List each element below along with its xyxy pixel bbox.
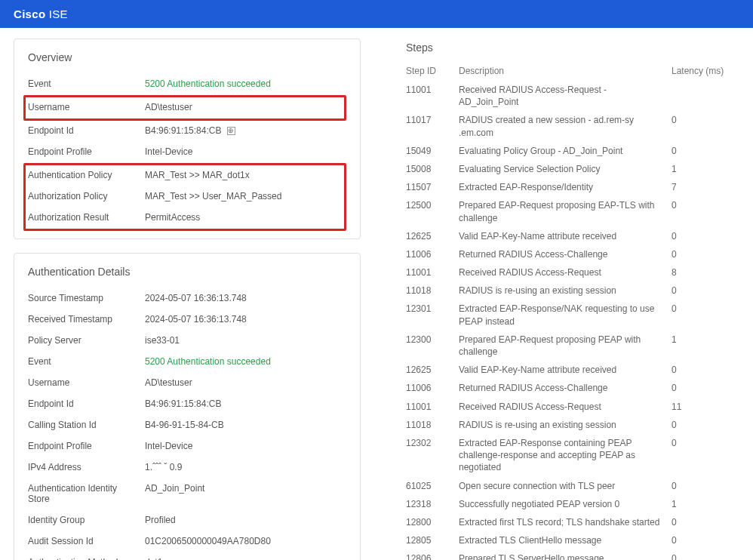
step-id: 15008 [406,163,459,175]
step-latency: 0 [672,552,739,560]
step-row: 12500Prepared EAP-Request proposing EAP-… [406,196,739,226]
step-id: 11006 [406,248,459,260]
details-ipv4-label: IPv4 Address [28,462,145,472]
step-row: 11507Extracted EAP-Response/Identity7 [406,178,739,196]
step-desc: RADIUS is re-using an existing session [459,419,672,431]
step-row: 12318Successfully negotiated PEAP versio… [406,495,739,513]
step-id: 15049 [406,145,459,157]
step-desc: Extracted first TLS record; TLS handshak… [459,516,672,528]
step-id: 12500 [406,199,459,223]
step-desc: Evaluating Service Selection Policy [459,163,672,175]
step-latency: 1 [672,334,739,358]
details-audit-sid-value: 01C2006500000049AA780D80 [145,536,346,546]
step-id: 11018 [406,285,459,297]
step-row: 12625Valid EAP-Key-Name attribute receiv… [406,227,739,245]
step-latency: 11 [672,401,739,413]
step-id: 11018 [406,419,459,431]
step-id: 11006 [406,382,459,394]
overview-event-value: 5200 Authentication succeeded [145,78,346,89]
overview-authn-policy-row: Authentication Policy MAR_Test >> MAR_do… [28,165,344,186]
details-event-row: Event 5200 Authentication succeeded [28,352,346,373]
details-calling-station-row: Calling Station Id B4-96-91-15-84-CB [28,415,346,436]
step-row: 11001Received RADIUS Access-Request - AD… [406,81,739,111]
details-policy-server-value: ise33-01 [145,335,346,346]
details-username-row: Username AD\testuser [28,373,346,394]
step-id: 11001 [406,401,459,413]
step-id: 11507 [406,181,459,193]
steps-col-desc: Description [459,66,672,76]
step-desc: Returned RADIUS Access-Challenge [459,248,672,260]
overview-authn-policy-value: MAR_Test >> MAR_dot1x [145,170,344,180]
steps-col-id: Step ID [406,66,459,76]
details-audit-sid-row: Audit Session Id 01C2006500000049AA780D8… [28,531,346,552]
overview-title: Overview [28,51,346,63]
step-id: 12301 [406,303,459,327]
overview-authz-result-row: Authorization Result PermitAccess [28,208,344,229]
details-policy-server-label: Policy Server [28,335,145,346]
step-desc: Extracted EAP-Response containing PEAP c… [459,437,672,474]
step-desc: Received RADIUS Access-Request - AD_Join… [459,84,672,108]
step-desc: RADIUS created a new session - ad.rem-sy… [459,114,672,138]
details-auth-method-label: Authentication Method [28,557,145,560]
details-endpoint-id-row: Endpoint Id B4:96:91:15:84:CB [28,394,346,415]
overview-username-label: Username [28,102,145,112]
overview-event-row: Event 5200 Authentication succeeded [28,74,346,95]
step-latency: 0 [672,285,739,297]
step-id: 12318 [406,498,459,510]
step-id: 12805 [406,534,459,546]
step-id: 11017 [406,114,459,138]
step-latency [672,84,739,108]
step-desc: Successfully negotiated PEAP version 0 [459,498,672,510]
overview-endpoint-profile-label: Endpoint Profile [28,146,145,157]
step-desc: Prepared EAP-Request proposing PEAP with… [459,334,672,358]
overview-authz-result-label: Authorization Result [28,212,145,223]
step-desc: Open secure connection with TLS peer [459,480,672,492]
steps-title: Steps [406,42,739,54]
details-src-ts-value: 2024-05-07 16:36:13.748 [145,293,346,303]
step-desc: Valid EAP-Key-Name attribute received [459,230,672,242]
overview-username-value: AD\testuser [145,102,344,112]
step-id: 12625 [406,364,459,376]
step-row: 11001Received RADIUS Access-Request8 [406,263,739,282]
details-endpoint-profile-row: Endpoint Profile Intel-Device [28,436,346,457]
overview-endpoint-id-value: B4:96:91:15:84:CB ⊕ [145,125,346,136]
overview-endpoint-profile-value: Intel-Device [145,146,346,157]
details-event-label: Event [28,356,145,367]
details-ipv4-row: IPv4 Address 1.ˆˆˆ ˇ 0.9 [28,457,346,478]
step-row: 12301Extracted EAP-Response/NAK requesti… [406,300,739,330]
overview-endpoint-id-label: Endpoint Id [28,125,145,136]
step-latency: 0 [672,248,739,260]
step-row: 15049Evaluating Policy Group - AD_Join_P… [406,142,739,160]
step-latency: 0 [672,145,739,157]
details-recv-ts-value: 2024-05-07 16:36:13.748 [145,314,346,325]
step-row: 12625Valid EAP-Key-Name attribute receiv… [406,361,739,379]
details-id-group-value: Profiled [145,515,346,525]
details-auth-method-row: Authentication Method dot1x [28,552,346,560]
step-latency: 7 [672,181,739,193]
details-recv-ts-row: Received Timestamp 2024-05-07 16:36:13.7… [28,309,346,331]
step-desc: Received RADIUS Access-Request [459,401,672,413]
details-title: Authentication Details [28,266,346,278]
step-latency: 0 [672,230,739,242]
overview-authz-policy-value: MAR_Test >> User_MAR_Passed [145,191,344,202]
steps-header: Step ID Description Latency (ms) [406,61,739,81]
step-row: 11017RADIUS created a new session - ad.r… [406,111,739,141]
step-id: 12625 [406,230,459,242]
details-endpoint-id-label: Endpoint Id [28,398,145,409]
step-row: 12302Extracted EAP-Response containing P… [406,434,739,477]
step-id: 11001 [406,84,459,108]
overview-username-row: Username AD\testuser [28,97,344,118]
step-latency: 0 [672,437,739,474]
step-row: 11006Returned RADIUS Access-Challenge0 [406,245,739,263]
details-ipv4-value: 1.ˆˆˆ ˇ 0.9 [145,462,346,472]
details-endpoint-profile-label: Endpoint Profile [28,441,145,451]
details-calling-station-label: Calling Station Id [28,420,145,430]
details-panel: Authentication Details Source Timestamp … [14,253,361,560]
overview-authz-policy-row: Authorization Policy MAR_Test >> User_MA… [28,186,344,208]
details-endpoint-id-value: B4:96:91:15:84:CB [145,398,346,409]
details-auth-id-store-value: AD_Join_Point [145,483,346,504]
expand-endpoint-icon[interactable]: ⊕ [227,127,235,135]
step-desc: Extracted TLS ClientHello message [459,534,672,546]
overview-authz-result-value: PermitAccess [145,212,344,223]
page-body: Overview Event 5200 Authentication succe… [0,28,753,560]
